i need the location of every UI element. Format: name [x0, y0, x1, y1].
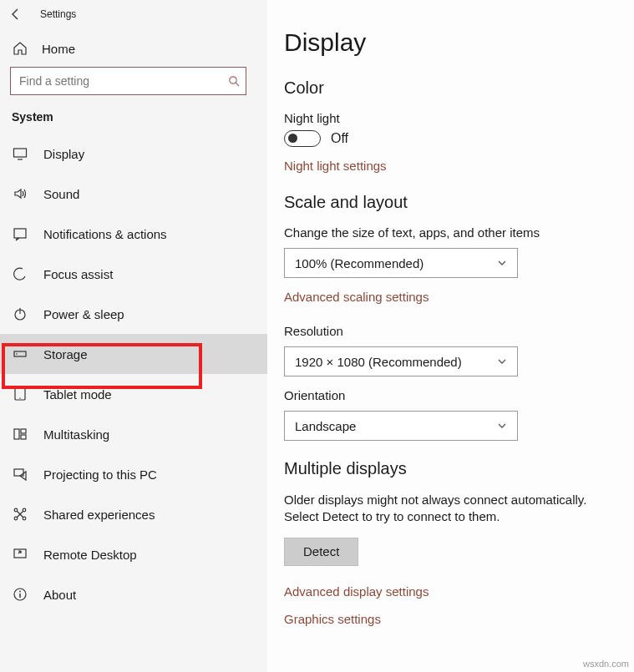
multitasking-icon [12, 426, 28, 442]
text-size-select[interactable]: 100% (Recommended) [284, 248, 518, 278]
home-icon [12, 40, 28, 57]
sidebar-section-label: System [0, 110, 267, 134]
sidebar-item-label: Remote Desktop [43, 548, 137, 562]
shared-icon [12, 506, 28, 523]
main-content: Display Color Night light Off Night ligh… [267, 0, 634, 672]
resolution-value: 1920 × 1080 (Recommended) [295, 355, 462, 369]
sound-icon [12, 185, 28, 202]
svg-point-16 [23, 508, 26, 512]
sidebar-item-label: Shared experiences [43, 508, 155, 522]
sidebar-item-focus-assist[interactable]: Focus assist [0, 254, 267, 294]
watermark: wsxdn.com [583, 659, 629, 669]
sidebar-item-multitasking[interactable]: Multitasking [0, 414, 267, 454]
sidebar-item-label: About [43, 588, 76, 602]
sidebar-item-label: Power & sleep [43, 307, 124, 321]
storage-icon [12, 346, 28, 362]
svg-rect-11 [14, 429, 19, 439]
advanced-display-link[interactable]: Advanced display settings [284, 584, 634, 599]
sidebar-item-label: Sound [43, 187, 79, 201]
search-box[interactable] [10, 67, 246, 95]
chevron-down-icon [497, 421, 507, 431]
sidebar-item-label: Multitasking [43, 427, 109, 442]
sidebar-item-label: Focus assist [43, 267, 113, 281]
svg-rect-4 [14, 229, 26, 238]
sidebar-item-label: Tablet mode [43, 387, 112, 402]
window-title: Settings [40, 8, 76, 20]
home-label: Home [42, 42, 75, 56]
tablet-icon [12, 386, 28, 402]
search-wrap [0, 67, 267, 110]
sidebar-item-storage[interactable]: Storage [0, 334, 267, 374]
resolution-label: Resolution [284, 324, 634, 338]
sidebar-item-power-sleep[interactable]: Power & sleep [0, 294, 267, 334]
svg-rect-2 [14, 149, 27, 157]
text-size-value: 100% (Recommended) [295, 256, 424, 270]
svg-point-10 [19, 397, 20, 398]
sidebar-item-label: Notifications & actions [43, 227, 167, 241]
search-icon [222, 75, 246, 87]
orientation-label: Orientation [284, 388, 634, 402]
svg-point-17 [14, 517, 18, 520]
back-icon[interactable] [8, 7, 23, 22]
focus-assist-icon [12, 265, 28, 282]
night-light-label: Night light [284, 111, 634, 125]
chevron-down-icon [497, 356, 507, 366]
night-light-settings-link[interactable]: Night light settings [284, 159, 387, 173]
sidebar-nav: Display Sound Notifications & actions Fo… [0, 134, 267, 614]
about-icon [12, 586, 28, 603]
sidebar-item-sound[interactable]: Sound [0, 174, 267, 214]
svg-rect-13 [21, 435, 26, 439]
night-light-toggle[interactable] [284, 130, 321, 147]
search-input[interactable] [11, 74, 222, 88]
sidebar-item-label: Display [43, 147, 84, 161]
display-icon [12, 145, 28, 162]
svg-rect-7 [14, 351, 26, 356]
orientation-select[interactable]: Landscape [284, 411, 518, 441]
sidebar-item-about[interactable]: About [0, 574, 267, 614]
svg-point-0 [230, 77, 236, 83]
sidebar-item-tablet-mode[interactable]: Tablet mode [0, 374, 267, 414]
graphics-settings-link[interactable]: Graphics settings [284, 612, 634, 626]
page-title: Display [284, 28, 634, 57]
projecting-icon [12, 466, 28, 483]
resolution-select[interactable]: 1920 × 1080 (Recommended) [284, 346, 518, 376]
svg-rect-12 [21, 429, 26, 433]
sidebar-item-notifications[interactable]: Notifications & actions [0, 214, 267, 254]
remote-desktop-icon [12, 546, 28, 563]
svg-point-15 [14, 508, 18, 512]
sidebar-item-home[interactable]: Home [0, 25, 267, 67]
section-multi-heading: Multiple displays [284, 459, 634, 478]
chevron-down-icon [497, 258, 507, 268]
sidebar-item-remote-desktop[interactable]: Remote Desktop [0, 534, 267, 574]
svg-point-8 [16, 353, 18, 355]
power-icon [12, 306, 28, 322]
night-light-state: Off [331, 131, 348, 146]
svg-line-1 [236, 83, 239, 86]
orientation-value: Landscape [295, 419, 356, 433]
advanced-scaling-link[interactable]: Advanced scaling settings [284, 290, 429, 304]
section-color-heading: Color [284, 78, 634, 98]
notifications-icon [12, 225, 28, 242]
sidebar-item-shared-experiences[interactable]: Shared experiences [0, 494, 267, 534]
section-scale-heading: Scale and layout [284, 193, 634, 212]
text-size-label: Change the size of text, apps, and other… [284, 225, 634, 240]
sidebar-item-display[interactable]: Display [0, 134, 267, 174]
sidebar-item-projecting[interactable]: Projecting to this PC [0, 454, 267, 494]
sidebar-item-label: Projecting to this PC [43, 467, 157, 482]
svg-point-18 [23, 517, 26, 520]
detect-button[interactable]: Detect [284, 538, 358, 566]
svg-point-24 [19, 591, 21, 593]
sidebar: Settings Home System Display [0, 0, 267, 672]
sidebar-item-label: Storage [43, 347, 88, 361]
window-top-row: Settings [0, 0, 267, 25]
multi-display-desc: Older displays might not always connect … [284, 492, 622, 526]
